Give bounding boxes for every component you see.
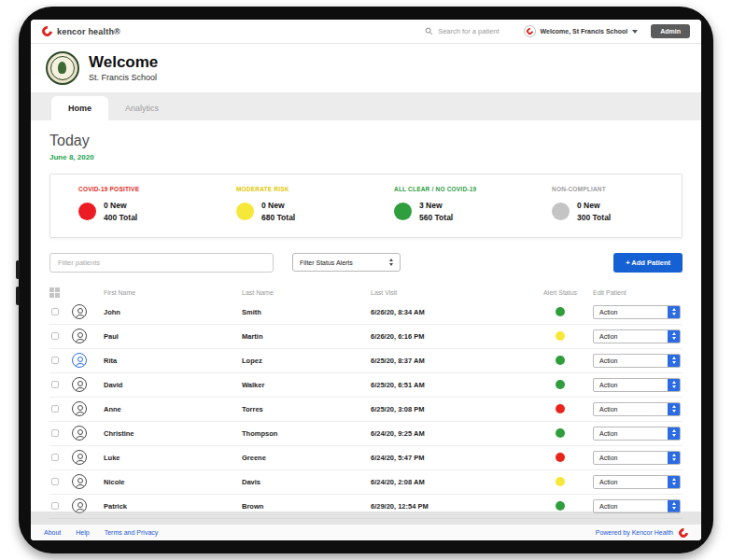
alert-status-dot <box>556 380 565 389</box>
row-checkbox[interactable] <box>51 478 59 485</box>
cell-first-name: Patrick <box>104 502 242 511</box>
select-arrows-icon <box>668 452 680 464</box>
alert-status-dot <box>556 501 565 511</box>
cell-first-name: David <box>104 381 242 389</box>
alert-status-dot <box>556 356 565 365</box>
filter-row: Filter Status Alerts + Add Patient <box>49 253 683 273</box>
footer-link-terms[interactable]: Terms and Privacy <box>105 529 159 536</box>
select-arrows-icon <box>668 476 680 488</box>
person-icon[interactable] <box>72 353 87 368</box>
cell-last-name: Greene <box>242 454 371 462</box>
account-menu-label: Welcome, St Francis School <box>541 28 628 35</box>
person-icon[interactable] <box>72 329 87 343</box>
account-menu[interactable]: Welcome, St Francis School <box>524 25 639 37</box>
filter-status-select[interactable]: Filter Status Alerts <box>292 253 401 272</box>
filter-status-select-label: Filter Status Alerts <box>300 259 353 266</box>
person-icon[interactable] <box>72 377 87 392</box>
select-arrows-icon <box>668 306 680 318</box>
cell-first-name: Anne <box>104 405 242 413</box>
status-label: NON-COMPLIANT <box>552 186 682 192</box>
tab-home[interactable]: Home <box>51 96 108 120</box>
cell-last-name: Lopez <box>242 357 371 365</box>
status-moderate-risk: MODERATE RISK 0 New 680 Total <box>208 186 366 224</box>
table-header-row: First Name Last Name Last Visit Alert St… <box>49 286 683 301</box>
cell-last-name: Brown <box>242 502 371 511</box>
person-icon[interactable] <box>72 450 87 465</box>
person-icon[interactable] <box>72 426 87 441</box>
today-heading: Today <box>49 133 683 149</box>
kencor-logo-icon <box>40 24 54 38</box>
cell-last-visit: 6/26/20, 6:16 PM <box>371 332 528 341</box>
status-new-count: 3 New <box>419 200 453 212</box>
cell-first-name: Nicole <box>104 478 242 486</box>
school-seal-avatar <box>46 51 79 85</box>
search-placeholder-text: Search for a patient <box>438 27 499 35</box>
action-select[interactable]: Action <box>593 451 681 465</box>
status-non-compliant: NON-COMPLIANT 0 New 300 Total <box>524 186 682 224</box>
col-header-last-visit: Last Visit <box>371 289 528 296</box>
patients-table: First Name Last Name Last Visit Alert St… <box>49 286 683 519</box>
status-summary-card: COVID-19 POSITIVE 0 New 400 Total MODERA… <box>49 174 683 238</box>
cell-last-visit: 6/29/20, 12:54 PM <box>371 502 528 511</box>
row-checkbox[interactable] <box>51 357 59 364</box>
patient-search[interactable]: Search for a patient <box>425 27 499 35</box>
alert-status-dot <box>556 331 565 341</box>
kencor-logo-icon <box>525 27 534 36</box>
select-arrows-icon <box>668 403 680 415</box>
action-select-label: Action <box>594 455 668 461</box>
status-dot-yellow <box>236 203 254 220</box>
row-checkbox[interactable] <box>51 381 59 388</box>
row-checkbox[interactable] <box>51 454 59 461</box>
row-checkbox[interactable] <box>51 502 59 510</box>
brand-name: kencor health® <box>57 27 120 36</box>
powered-by-label: Powered by Kencor Health <box>596 529 673 536</box>
footer-link-help[interactable]: Help <box>76 529 89 536</box>
action-select[interactable]: Action <box>593 427 681 441</box>
person-icon[interactable] <box>72 474 87 489</box>
tab-bar: Home Analytics <box>31 92 701 120</box>
action-select-label: Action <box>594 357 668 364</box>
cell-last-visit: 6/24/20, 2:08 AM <box>371 478 528 486</box>
footer-link-about[interactable]: About <box>44 529 61 536</box>
status-total-count: 300 Total <box>577 212 611 224</box>
status-label: COVID-19 POSITIVE <box>78 186 208 192</box>
add-patient-button[interactable]: + Add Patient <box>613 253 683 273</box>
cell-last-name: Davis <box>242 478 371 486</box>
welcome-title: Welcome <box>89 54 158 72</box>
row-checkbox[interactable] <box>51 429 59 437</box>
admin-button[interactable]: Admin <box>651 24 690 38</box>
table-row: Christine Thompson 6/24/20, 9:25 AM Acti… <box>49 422 683 446</box>
select-arrows-icon <box>668 427 680 440</box>
person-icon[interactable] <box>72 304 87 319</box>
action-select[interactable]: Action <box>593 329 681 343</box>
action-select-label: Action <box>594 382 668 388</box>
row-checkbox[interactable] <box>51 332 59 340</box>
action-select[interactable]: Action <box>593 305 681 319</box>
status-dot-red <box>78 203 96 220</box>
filter-patients-input[interactable] <box>49 253 274 273</box>
status-new-count: 0 New <box>261 200 295 212</box>
action-select[interactable]: Action <box>593 378 681 392</box>
select-arrows-icon <box>668 379 680 391</box>
row-checkbox[interactable] <box>51 308 59 315</box>
cell-first-name: Christine <box>104 429 242 438</box>
tablet-volume-button <box>16 260 20 279</box>
tab-analytics[interactable]: Analytics <box>108 96 176 120</box>
main-content: Today June 8, 2020 COVID-19 POSITIVE 0 N… <box>31 120 701 540</box>
action-select[interactable]: Action <box>593 402 681 416</box>
action-select[interactable]: Action <box>593 475 681 489</box>
action-select-label: Action <box>594 333 668 340</box>
status-total-count: 400 Total <box>104 212 137 224</box>
select-arrows-icon <box>668 500 680 512</box>
action-select[interactable]: Action <box>593 354 681 368</box>
kencor-logo-icon <box>677 525 690 539</box>
cell-first-name: Paul <box>104 332 242 341</box>
person-icon[interactable] <box>72 401 87 416</box>
grid-view-icon[interactable] <box>49 287 60 298</box>
table-row: Luke Greene 6/24/20, 5:47 PM Action <box>49 446 683 470</box>
cell-last-visit: 6/24/20, 5:47 PM <box>371 454 528 462</box>
today-date: June 8, 2020 <box>49 153 683 161</box>
page: kencor health® Search for a patient Welc… <box>0 0 732 560</box>
row-checkbox[interactable] <box>51 405 59 413</box>
cell-last-name: Martin <box>242 332 371 341</box>
